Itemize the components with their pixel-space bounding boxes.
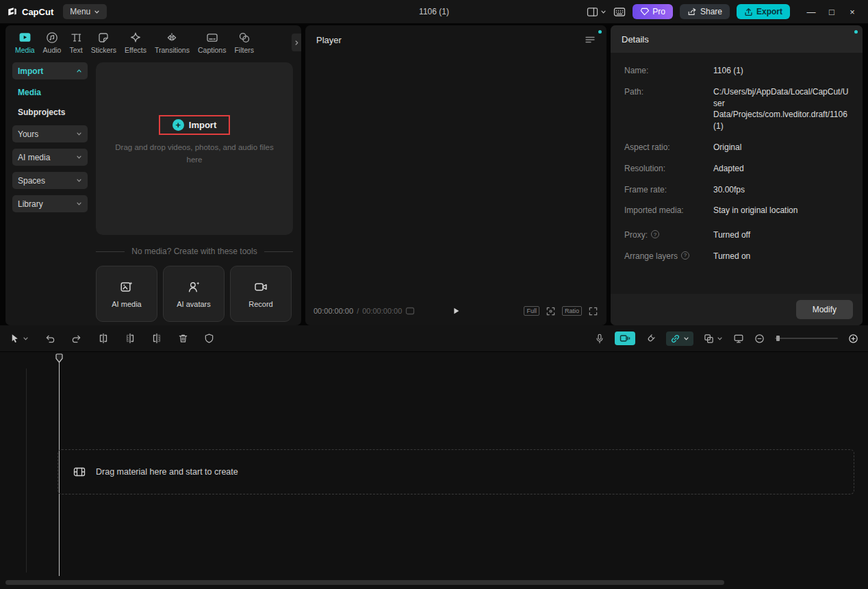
timeline[interactable]: Drag material here and start to create xyxy=(0,352,868,589)
tabbar-expand-button[interactable] xyxy=(292,34,301,51)
tab-effects[interactable]: Effects xyxy=(120,32,151,54)
delete-right-button[interactable] xyxy=(151,333,162,344)
detail-row-arrange-layers: Arrange layers ? Turned on xyxy=(624,251,849,262)
microphone-icon xyxy=(595,333,604,344)
info-icon[interactable]: ? xyxy=(651,230,659,238)
zoom-slider-handle[interactable] xyxy=(776,336,780,341)
info-icon[interactable]: ? xyxy=(681,251,689,260)
timeline-zoom-slider[interactable] xyxy=(775,338,838,339)
timecode-total: 00:00:00:00 xyxy=(362,307,402,315)
minimize-button[interactable]: — xyxy=(801,3,821,21)
select-tool-button[interactable] xyxy=(10,333,29,344)
text-icon xyxy=(70,32,82,44)
sidebar-item-import[interactable]: Import xyxy=(12,62,88,79)
shield-icon xyxy=(204,333,214,344)
close-button[interactable]: × xyxy=(842,3,863,21)
field-value: 1106 (1) xyxy=(713,65,849,77)
player-title: Player xyxy=(316,35,342,45)
import-button[interactable]: + Import xyxy=(168,118,220,131)
media-import-dropzone[interactable]: + Import Drag and drop videos, photos, a… xyxy=(96,62,293,235)
chevron-up-icon xyxy=(76,68,82,74)
zoom-in-button[interactable] xyxy=(848,334,858,344)
ai-media-card[interactable]: AI media xyxy=(96,266,157,322)
horizontal-scrollbar[interactable] xyxy=(5,580,724,585)
keyboard-icon xyxy=(613,7,626,17)
shortcuts-button[interactable] xyxy=(613,7,626,17)
voiceover-button[interactable] xyxy=(595,333,604,344)
play-icon xyxy=(451,306,461,316)
maximize-button[interactable]: □ xyxy=(821,3,842,21)
playhead[interactable] xyxy=(55,353,63,363)
chevron-down-icon xyxy=(76,177,82,184)
sidebar-item-subprojects[interactable]: Subprojects xyxy=(12,105,88,119)
sidebar-item-library[interactable]: Library xyxy=(12,195,88,212)
mask-button[interactable] xyxy=(204,333,214,344)
detail-row-proxy: Proxy: ? Turned off xyxy=(624,229,849,241)
detail-row-path: Path: C:/Users/bj/AppData/Local/CapCut/U… xyxy=(624,86,849,132)
sidebar-item-media[interactable]: Media xyxy=(12,86,88,99)
sidebar-item-spaces[interactable]: Spaces xyxy=(12,172,88,189)
overlap-frames-icon xyxy=(704,334,714,344)
details-panel: Details Name: 1106 (1) Path: C:/Users/bj… xyxy=(611,25,863,325)
tab-captions[interactable]: Captions xyxy=(194,32,230,54)
share-button[interactable]: Share xyxy=(680,4,730,19)
focus-frame-button[interactable] xyxy=(546,306,556,316)
sidebar-item-ai-media[interactable]: AI media xyxy=(12,149,88,166)
menu-button[interactable]: Menu xyxy=(63,4,107,19)
overlap-mode-button[interactable] xyxy=(704,334,723,344)
filters-icon xyxy=(238,32,251,44)
fullscreen-icon xyxy=(588,306,598,316)
delete-button[interactable] xyxy=(178,333,188,344)
timeline-dropzone[interactable]: Drag material here and start to create xyxy=(58,449,854,494)
tab-audio[interactable]: Audio xyxy=(39,32,66,54)
linkage-button[interactable] xyxy=(666,331,693,346)
import-column: + Import Drag and drop videos, photos, a… xyxy=(96,62,293,325)
zoom-out-button[interactable] xyxy=(754,334,765,344)
duration-options-icon[interactable] xyxy=(405,307,415,315)
tab-transitions[interactable]: Transitions xyxy=(151,32,194,54)
undo-button[interactable] xyxy=(44,334,55,344)
snapping-button[interactable] xyxy=(646,334,656,344)
tab-media[interactable]: Media xyxy=(11,31,39,54)
transitions-icon xyxy=(166,32,178,44)
fullscreen-button[interactable] xyxy=(588,306,598,316)
sidebar-item-yours[interactable]: Yours xyxy=(12,125,88,142)
chevron-down-icon xyxy=(23,336,29,342)
panel-active-dot xyxy=(598,30,602,34)
details-title: Details xyxy=(622,34,649,45)
media-sidebar: Import Media Subprojects Yours AI media … xyxy=(12,62,88,325)
monitor-icon xyxy=(733,334,744,344)
tools-row: AI media AI avatars Record xyxy=(96,266,293,322)
tab-stickers[interactable]: Stickers xyxy=(87,32,120,54)
zoom-out-icon xyxy=(754,334,765,344)
redo-button[interactable] xyxy=(71,334,82,344)
split-icon xyxy=(98,333,109,344)
ai-avatars-card[interactable]: AI avatars xyxy=(163,266,225,322)
zoom-in-icon xyxy=(848,334,858,344)
magnet-icon xyxy=(646,334,656,344)
player-header: Player xyxy=(305,25,607,54)
play-button[interactable] xyxy=(451,306,461,316)
ai-avatars-icon xyxy=(187,280,201,294)
timeline-toolbar-left xyxy=(10,333,214,344)
player-menu-button[interactable] xyxy=(585,35,596,45)
details-body: Name: 1106 (1) Path: C:/Users/bj/AppData… xyxy=(611,53,863,294)
record-card[interactable]: Record xyxy=(230,266,292,322)
tab-filters[interactable]: Filters xyxy=(230,32,258,54)
ratio-button[interactable]: Ratio xyxy=(562,306,582,316)
delete-left-button[interactable] xyxy=(125,333,136,344)
full-quality-button[interactable]: Full xyxy=(524,306,539,316)
audio-icon xyxy=(46,32,58,44)
pro-button[interactable]: Pro xyxy=(633,4,673,19)
split-button[interactable] xyxy=(98,333,109,344)
export-button[interactable]: Export xyxy=(737,4,790,19)
field-label: Resolution: xyxy=(624,163,665,175)
magnetic-track-button[interactable] xyxy=(615,331,635,345)
window-controls: — □ × xyxy=(801,3,863,21)
preview-axis-button[interactable] xyxy=(733,334,744,344)
app-name: CapCut xyxy=(22,7,53,17)
tab-text[interactable]: Text xyxy=(65,32,86,54)
timeline-empty-hint: Drag material here and start to create xyxy=(96,467,238,477)
modify-button[interactable]: Modify xyxy=(796,300,853,319)
layout-switch-button[interactable] xyxy=(587,7,607,17)
